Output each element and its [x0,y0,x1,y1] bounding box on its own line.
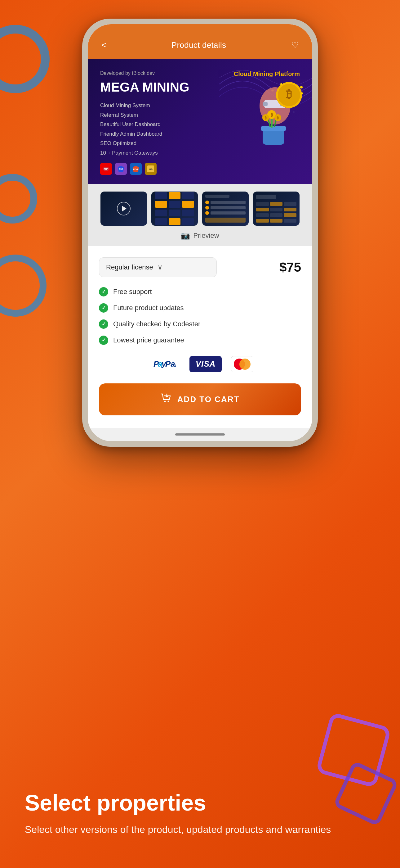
thumbnail-2[interactable] [151,191,198,226]
t4-cell-2 [270,202,283,206]
pricing-col-3 [182,192,194,199]
svg-point-20 [301,93,303,94]
svg-rect-14 [263,102,268,106]
pricing-col-12 [182,218,194,225]
visa-logo: VISA [196,359,216,369]
t3-row-1 [205,200,245,204]
phone-frame: < Product details ♡ [82,19,318,447]
feature-item-1: Free support [99,287,301,297]
feature-text-1: Free support [113,288,152,296]
check-icon-1 [99,287,108,297]
bottom-text-section: Select properties Select other versions … [0,791,400,837]
play-button[interactable] [100,191,147,226]
pricing-col-10 [155,218,167,225]
license-row: Regular license ∨ $75 [99,257,301,277]
svg-text:HTML: HTML [133,168,139,170]
t3-line-2 [210,206,245,209]
payment-methods-row: P a y Pal VISA [99,356,301,372]
back-button[interactable]: < [99,38,108,53]
feature-text-4: Lowest price guarantee [113,336,184,344]
bottom-subtext: Select other versions of the product, up… [25,822,375,837]
page-title: Product details [171,40,226,50]
thumbnail-3-content [202,191,249,226]
hero-banner: Cloud Mining Platform Developed by tBloc… [88,59,312,184]
tech-badge-code: </> [145,163,157,175]
pricing-col-8 [169,210,181,216]
check-icon-2 [99,303,108,313]
svg-text:Pal: Pal [165,359,176,369]
thumbnail-2-content [151,191,198,226]
paypal-badge: P a y Pal [147,356,180,372]
check-icon-3 [99,319,108,329]
t3-dot-1 [205,200,209,204]
home-indicator [175,433,225,436]
deco-circle-bottom-left [0,254,46,317]
svg-point-46 [167,400,169,402]
features-list: Free support Future product updates Qual… [99,287,301,345]
price-display: $75 [279,260,301,275]
pricing-col-7 [155,210,167,216]
t3-header [205,195,229,198]
t4-cell-6 [284,208,296,211]
add-to-cart-button[interactable]: ADD TO CART [99,383,301,415]
t4-cell-12 [284,219,296,223]
tech-badge-css3: CSS [115,163,127,175]
pricing-col-1 [155,192,167,199]
play-triangle-icon [122,206,127,211]
thumbnail-4[interactable] [253,191,300,226]
t4-cell-9 [284,213,296,217]
t4-row-3 [256,213,296,217]
license-dropdown[interactable]: Regular license ∨ [99,257,217,277]
chevron-down-icon: ∨ [158,263,163,271]
deco-circle-top-left [0,25,49,93]
phone-screen: < Product details ♡ [88,24,312,441]
cloud-platform-label: Cloud Mining Platform [234,70,300,78]
t4-cell-3 [284,202,296,206]
mastercard-badge [231,356,253,372]
thumbnail-3[interactable] [202,191,249,226]
t4-row-2 [256,208,296,211]
svg-text:₿: ₿ [265,116,267,120]
pricing-col-11 [169,218,181,225]
t4-cell-11 [270,219,283,223]
thumbnails-row [95,191,305,226]
wishlist-button[interactable]: ♡ [289,38,301,53]
t4-cell-5 [270,208,283,211]
t4-row-4 [256,219,296,223]
license-label: Regular license [106,263,153,271]
preview-label: Prieview [193,231,219,240]
pricing-col-4 [155,201,167,208]
svg-text:₿: ₿ [271,112,273,117]
feature-text-2: Future product updates [113,304,184,312]
mc-circle-orange [239,359,251,370]
tech-badge-html5: HTML [130,163,142,175]
top-nav-bar: < Product details ♡ [88,24,312,59]
svg-rect-23 [261,126,286,131]
deco-circle-mid-left [0,174,37,223]
home-bar [88,428,312,441]
svg-point-45 [164,400,166,402]
t4-cell-4 [256,208,269,211]
check-icon-4 [99,336,108,345]
t3-row-2 [205,206,245,210]
feature-item-3: Quality checked by Codester [99,319,301,329]
thumbnail-1[interactable] [100,191,147,226]
feature-text-3: Quality checked by Codester [113,320,200,328]
thumbnails-section: 📷 Prieview [88,184,312,246]
bottom-heading: Select properties [25,791,375,815]
t4-cell-10 [256,219,269,223]
t3-dot-2 [205,206,209,210]
t3-line-3 [210,211,245,215]
preview-button[interactable]: 📷 Prieview [95,231,305,240]
thumbnail-4-content [253,191,300,226]
svg-point-19 [300,86,303,89]
camera-icon: 📷 [181,231,190,240]
t4-header [256,195,276,199]
add-to-cart-label: ADD TO CART [177,395,240,404]
t3-dot-3 [205,211,209,215]
t4-row-1 [256,202,296,206]
svg-text:₿: ₿ [277,116,279,120]
visa-badge: VISA [190,356,222,372]
svg-text:CSS: CSS [119,168,123,170]
tech-badge-php: PHP [100,163,112,175]
